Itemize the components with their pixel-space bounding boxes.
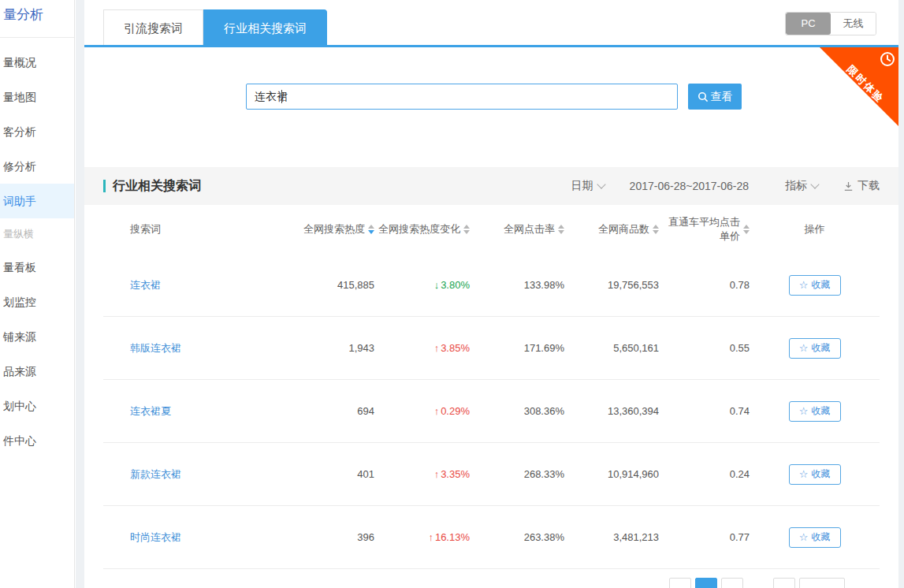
sidebar-item-label: 件中心 [3, 434, 36, 447]
cell-click-rate: 171.69% [470, 342, 564, 354]
search-term-link[interactable]: 新款连衣裙 [130, 468, 181, 480]
search-term-link[interactable]: 连衣裙夏 [130, 405, 171, 417]
sidebar-item[interactable]: 划监控 [0, 285, 74, 319]
change-arrow-icon: ↑ [434, 468, 440, 480]
chevron-down-icon [597, 180, 605, 188]
download-icon [843, 181, 854, 192]
favorite-label: 收藏 [811, 467, 830, 481]
device-toggle-option[interactable]: PC [786, 13, 831, 35]
cell-heat-change: ↓3.80% [374, 279, 470, 291]
table-header-row: 搜索词 全网搜索热度 全网搜索热度变化 全网点击率 全网商品数 [103, 205, 880, 254]
cell-product-count: 10,914,960 [564, 468, 659, 480]
sidebar-item[interactable]: 件中心 [0, 423, 74, 458]
cell-search-heat: 396 [280, 531, 374, 543]
cell-click-rate: 308.36% [470, 405, 564, 417]
sidebar-item[interactable]: 客分析 [0, 114, 74, 149]
column-header: 直通车平均点击单价 [659, 215, 750, 244]
sort-icon[interactable] [463, 225, 470, 234]
cell-search-heat: 694 [280, 405, 374, 417]
pagination-button[interactable] [695, 578, 717, 588]
sidebar-item[interactable]: 品来源 [0, 354, 74, 389]
cell-heat-change: ↑16.13% [374, 531, 470, 543]
download-button[interactable]: 下载 [843, 179, 880, 193]
change-arrow-icon: ↓ [434, 279, 440, 291]
sidebar-item[interactable]: 量看板 [0, 250, 74, 285]
star-icon: ☆ [799, 469, 809, 479]
sidebar-item-label: 量纵横 [3, 228, 34, 240]
search-term-link[interactable]: 连衣裙 [130, 279, 161, 291]
search-input[interactable] [246, 84, 678, 110]
change-value: 0.29% [441, 405, 470, 417]
results-table: 搜索词 全网搜索热度 全网搜索热度变化 全网点击率 全网商品数 [84, 205, 898, 569]
star-icon: ☆ [799, 406, 809, 416]
title-accent-bar [103, 180, 106, 192]
cell-product-count: 3,481,213 [564, 531, 659, 543]
sidebar-item[interactable]: 词助手 [0, 184, 74, 218]
column-header: 全网商品数 [564, 222, 659, 236]
text-cursor [281, 90, 282, 103]
table-row: 韩版连衣裙 1,943 ↑3.85% 171.69% 5,650,161 0.5… [103, 317, 880, 380]
favorite-button[interactable]: ☆ 收藏 [789, 401, 841, 422]
favorite-button[interactable]: ☆ 收藏 [789, 527, 841, 548]
table-body: 连衣裙 415,885 ↓3.80% 133.98% 19,756,553 0.… [84, 254, 898, 569]
cell-heat-change: ↑0.29% [374, 405, 470, 417]
sidebar-item-label: 划监控 [3, 296, 36, 308]
sidebar-item[interactable]: 量纵横 [0, 218, 74, 250]
sidebar-item[interactable]: 划中心 [0, 389, 74, 423]
table-row: 时尚连衣裙 396 ↑16.13% 263.38% 3,481,213 0.77… [103, 506, 880, 569]
sidebar-item[interactable]: 量概况 [0, 45, 74, 80]
favorite-label: 收藏 [811, 404, 830, 418]
sidebar-item[interactable]: 铺来源 [0, 319, 74, 354]
search-button[interactable]: 查看 [688, 84, 742, 110]
sidebar-heading[interactable]: 量分析 [0, 0, 74, 38]
sort-icon[interactable] [743, 225, 750, 234]
sidebar-gap [76, 0, 84, 588]
sidebar-item[interactable]: 修分析 [0, 149, 74, 184]
search-term-link[interactable]: 时尚连衣裙 [130, 531, 181, 543]
pagination-button[interactable] [799, 578, 845, 588]
column-header-label: 操作 [805, 222, 825, 236]
tab[interactable]: 行业相关搜索词 [203, 9, 327, 45]
panel-controls: 日期 2017-06-28~2017-06-28 指标 下载 [571, 179, 880, 193]
cell-search-heat: 1,943 [280, 342, 374, 354]
favorite-button[interactable]: ☆ 收藏 [789, 275, 841, 296]
column-header: 全网搜索热度 [280, 222, 374, 236]
pagination-button[interactable] [669, 578, 691, 588]
column-header: 操作 [750, 222, 880, 236]
pagination-button[interactable] [773, 578, 795, 588]
change-value: 3.85% [441, 342, 470, 354]
tab[interactable]: 引流搜索词 [103, 9, 203, 45]
cell-avg-cpc: 0.78 [659, 279, 750, 291]
pagination-button[interactable] [721, 578, 743, 588]
search-button-label: 查看 [711, 90, 733, 104]
device-toggle: PC无线 [785, 12, 876, 35]
cell-product-count: 13,360,394 [564, 405, 659, 417]
pagination [669, 578, 849, 588]
sidebar-item-label: 品来源 [3, 365, 36, 378]
sidebar-item[interactable]: 量地图 [0, 80, 74, 114]
cell-avg-cpc: 0.55 [659, 342, 750, 354]
chevron-down-icon [810, 180, 819, 188]
cell-search-heat: 415,885 [280, 279, 374, 291]
cell-product-count: 5,650,161 [564, 342, 659, 354]
sidebar-item-label: 量概况 [3, 56, 36, 69]
column-header-label: 全网商品数 [598, 222, 649, 236]
sidebar-item-label: 量看板 [3, 261, 36, 274]
panel-header: 行业相关搜索词 日期 2017-06-28~2017-06-28 指标 [84, 167, 898, 205]
sort-icon[interactable] [653, 225, 659, 234]
favorite-button[interactable]: ☆ 收藏 [789, 338, 841, 359]
date-dropdown[interactable]: 日期 [571, 179, 605, 193]
sort-icon[interactable] [368, 225, 374, 234]
main-content: 引流搜索词 行业相关搜索词 PC无线 查看 行业相关搜索词 日期 [84, 0, 898, 588]
column-header: 全网搜索热度变化 [374, 222, 470, 236]
favorite-button[interactable]: ☆ 收藏 [789, 464, 841, 485]
sort-icon[interactable] [558, 225, 564, 234]
metric-dropdown[interactable]: 指标 [785, 179, 818, 193]
column-header-label: 全网搜索热度变化 [378, 222, 460, 236]
search-term-link[interactable]: 韩版连衣裙 [130, 342, 181, 354]
search-icon [698, 91, 709, 102]
change-arrow-icon: ↑ [428, 531, 433, 543]
device-toggle-option[interactable]: 无线 [831, 13, 876, 35]
column-header-label: 直通车平均点击单价 [659, 215, 740, 244]
sidebar: 量分析 量概况 量地图 客分析 修分析 词助手 量纵横 量看板 划监控 铺来源 … [0, 0, 75, 588]
